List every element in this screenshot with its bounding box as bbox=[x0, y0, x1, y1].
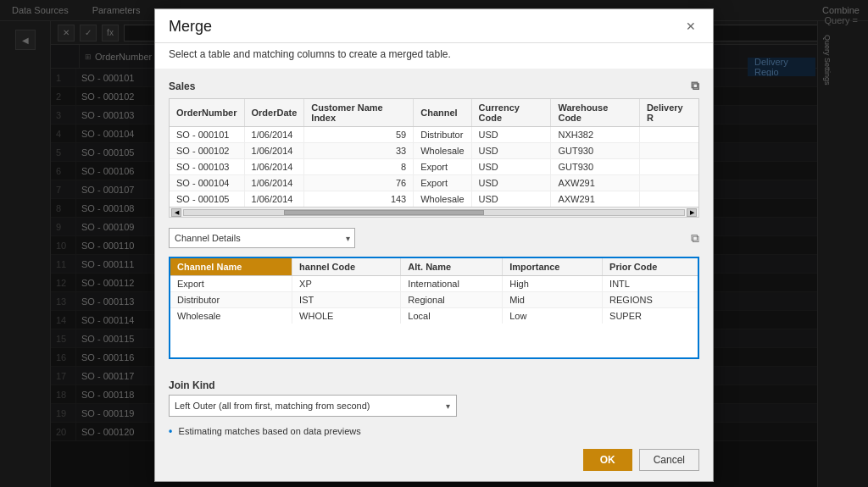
join-kind-label: Join Kind bbox=[169, 379, 699, 391]
join-kind-dropdown-wrapper: Left Outer (all from first, matching fro… bbox=[169, 395, 457, 417]
sales-channel: Export bbox=[414, 175, 471, 191]
estimate-section: • Estimating matches based on data previ… bbox=[155, 422, 713, 442]
sales-order-number: SO - 000105 bbox=[170, 191, 244, 208]
estimate-dot: • bbox=[169, 425, 172, 437]
col-channel-name[interactable]: Channel Name bbox=[170, 258, 292, 276]
col-prior-code[interactable]: Prior Code bbox=[603, 258, 698, 276]
col-alt-name[interactable]: Alt. Name bbox=[401, 258, 503, 276]
table-row: Wholesale WHOLE Local Low SUPER bbox=[170, 308, 698, 324]
channel-name: Wholesale bbox=[170, 308, 292, 324]
sales-warehouse: NXH382 bbox=[551, 127, 639, 143]
sales-order-date: 1/06/2014 bbox=[244, 143, 304, 159]
expand-icon[interactable]: ⧉ bbox=[691, 79, 699, 93]
channel-alt-name: Regional bbox=[401, 292, 503, 308]
sales-customer-index: 143 bbox=[304, 191, 414, 208]
sales-channel: Wholesale bbox=[414, 191, 471, 208]
channel-name: Export bbox=[170, 276, 292, 292]
sales-customer-index: 76 bbox=[304, 175, 414, 191]
sales-customer-index: 8 bbox=[304, 159, 414, 175]
table-select-dropdown[interactable]: Channel Details Sales Products bbox=[169, 228, 355, 248]
channel-name: Distributor bbox=[170, 292, 292, 308]
modal-close-button[interactable]: ✕ bbox=[682, 18, 699, 35]
channel-code: XP bbox=[292, 276, 401, 292]
modal-titlebar: Merge ✕ bbox=[155, 9, 713, 43]
table-row: SO - 000101 1/06/2014 59 Distributor USD… bbox=[170, 127, 698, 143]
sales-table: OrderNumber OrderDate Customer Name Inde… bbox=[170, 99, 698, 207]
sales-delivery bbox=[639, 191, 698, 208]
modal-overlay: Merge ✕ Select a table and matching colu… bbox=[0, 0, 868, 487]
channel-alt-name: Local bbox=[401, 308, 503, 324]
scroll-thumb bbox=[284, 210, 484, 215]
sales-currency: USD bbox=[471, 175, 551, 191]
sales-channel: Distributor bbox=[414, 127, 471, 143]
col-order-date[interactable]: OrderDate bbox=[244, 99, 304, 127]
sales-channel: Wholesale bbox=[414, 143, 471, 159]
channel-expand-icon[interactable]: ⧉ bbox=[691, 231, 699, 246]
channel-importance: Low bbox=[503, 308, 603, 324]
table-row: SO - 000104 1/06/2014 76 Export USD AXW2… bbox=[170, 175, 698, 191]
sales-warehouse: GUT930 bbox=[551, 159, 639, 175]
modal-body: Sales ⧉ OrderNumber OrderDate Customer N… bbox=[155, 69, 713, 379]
join-kind-section: Join Kind Left Outer (all from first, ma… bbox=[155, 379, 713, 422]
table-row: SO - 000103 1/06/2014 8 Export USD GUT93… bbox=[170, 159, 698, 175]
merge-dialog: Merge ✕ Select a table and matching colu… bbox=[154, 8, 714, 482]
channel-code: IST bbox=[292, 292, 401, 308]
sales-warehouse: AXW291 bbox=[551, 191, 639, 208]
channel-importance: Mid bbox=[503, 292, 603, 308]
channel-importance: High bbox=[503, 276, 603, 292]
col-currency-code[interactable]: Currency Code bbox=[471, 99, 551, 127]
sales-order-date: 1/06/2014 bbox=[244, 159, 304, 175]
sales-currency: USD bbox=[471, 191, 551, 208]
sales-order-number: SO - 000103 bbox=[170, 159, 244, 175]
table-row: SO - 000102 1/06/2014 33 Wholesale USD G… bbox=[170, 143, 698, 159]
sales-table-container: OrderNumber OrderDate Customer Name Inde… bbox=[169, 98, 699, 218]
channel-table-empty-space bbox=[170, 324, 698, 357]
col-order-number[interactable]: OrderNumber bbox=[170, 99, 244, 127]
col-customer-name-index[interactable]: Customer Name Index bbox=[304, 99, 414, 127]
sales-delivery bbox=[639, 143, 698, 159]
channel-dropdown-wrapper: Channel Details Sales Products bbox=[169, 228, 355, 248]
channel-details-table: Channel Name hannel Code Alt. Name Impor… bbox=[170, 258, 698, 324]
sales-delivery bbox=[639, 159, 698, 175]
channel-alt-name: International bbox=[401, 276, 503, 292]
channel-prior-code: REGIONS bbox=[603, 292, 698, 308]
sales-order-number: SO - 000102 bbox=[170, 143, 244, 159]
channel-code: WHOLE bbox=[292, 308, 401, 324]
sales-order-number: SO - 000104 bbox=[170, 175, 244, 191]
sales-order-date: 1/06/2014 bbox=[244, 127, 304, 143]
scroll-track[interactable] bbox=[183, 209, 685, 216]
col-channel[interactable]: Channel bbox=[414, 99, 471, 127]
sales-channel: Export bbox=[414, 159, 471, 175]
sales-currency: USD bbox=[471, 159, 551, 175]
sales-customer-index: 33 bbox=[304, 143, 414, 159]
modal-footer: OK Cancel bbox=[155, 442, 713, 481]
scroll-right-arrow[interactable]: ▶ bbox=[687, 208, 697, 217]
ok-button[interactable]: OK bbox=[583, 449, 632, 471]
table-row: Distributor IST Regional Mid REGIONS bbox=[170, 292, 698, 308]
sales-warehouse: GUT930 bbox=[551, 143, 639, 159]
table-row: SO - 000105 1/06/2014 143 Wholesale USD … bbox=[170, 191, 698, 208]
channel-prior-code: INTL bbox=[603, 276, 698, 292]
horizontal-scrollbar[interactable]: ◀ ▶ bbox=[170, 207, 698, 217]
sales-section-label: Sales ⧉ bbox=[169, 79, 699, 93]
join-kind-select[interactable]: Left Outer (all from first, matching fro… bbox=[169, 395, 457, 417]
sales-currency: USD bbox=[471, 143, 551, 159]
sales-warehouse: AXW291 bbox=[551, 175, 639, 191]
sales-delivery bbox=[639, 175, 698, 191]
col-delivery-r[interactable]: Delivery R bbox=[639, 99, 698, 127]
cancel-button[interactable]: Cancel bbox=[639, 449, 699, 471]
channel-prior-code: SUPER bbox=[603, 308, 698, 324]
modal-subtitle: Select a table and matching columns to c… bbox=[155, 43, 713, 69]
channel-dropdown-row: Channel Details Sales Products ⧉ bbox=[169, 228, 699, 248]
col-importance[interactable]: Importance bbox=[503, 258, 603, 276]
sales-currency: USD bbox=[471, 127, 551, 143]
col-warehouse-code[interactable]: Warehouse Code bbox=[551, 99, 639, 127]
estimate-text: Estimating matches based on data preview… bbox=[179, 426, 361, 436]
scroll-left-arrow[interactable]: ◀ bbox=[171, 208, 181, 217]
sales-delivery bbox=[639, 127, 698, 143]
sales-order-number: SO - 000101 bbox=[170, 127, 244, 143]
modal-title: Merge bbox=[169, 18, 212, 36]
sales-label: Sales bbox=[169, 80, 195, 92]
col-channel-code[interactable]: hannel Code bbox=[292, 258, 401, 276]
sales-customer-index: 59 bbox=[304, 127, 414, 143]
